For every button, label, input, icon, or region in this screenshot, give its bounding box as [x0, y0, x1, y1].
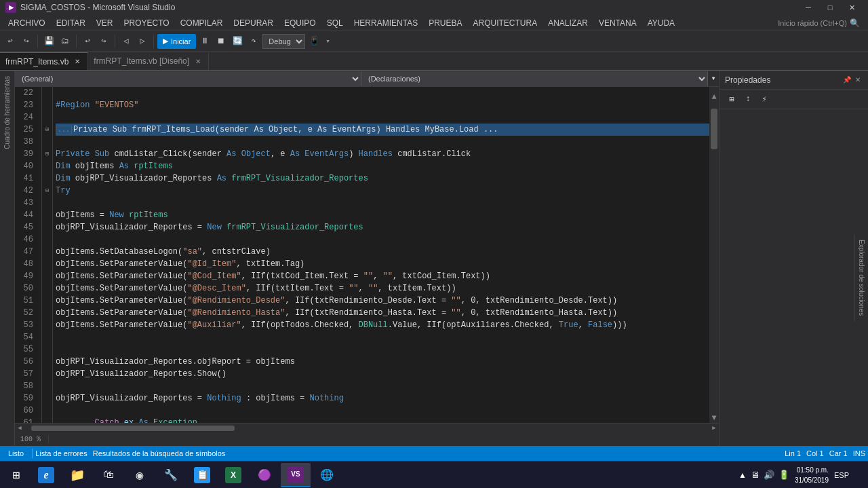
status-lin: Lin 1	[782, 448, 804, 459]
code-line: objItems.SetParameterValue("@Rendimiento…	[56, 295, 709, 307]
toolbar-new[interactable]: ↩	[3, 34, 18, 49]
properties-title: Propiedades	[725, 75, 770, 85]
menu-prueba[interactable]: PRUEBA	[423, 16, 467, 31]
toolbar-forward[interactable]: ▷	[135, 34, 150, 49]
status-right: Lin 1 Col 1 Car 1 INS	[782, 448, 868, 459]
taskbar-vs[interactable]: VS	[281, 463, 311, 487]
maximize-button[interactable]: □	[819, 0, 841, 15]
properties-icon-row: ⊞ ↕ ⚡	[719, 90, 868, 109]
vertical-scrollbar[interactable]: ▲ ▼	[709, 87, 719, 423]
menu-ver[interactable]: VER	[91, 16, 119, 31]
solution-explorer-label[interactable]: Explorador de soluciones	[854, 234, 868, 321]
tab-frmrpt-vb[interactable]: frmRPT_Items.vb ✕	[0, 52, 88, 70]
close-button[interactable]: ✕	[841, 0, 863, 15]
properties-sort-icon[interactable]: ↕	[741, 92, 755, 106]
code-line	[56, 380, 709, 392]
line-number: 23	[15, 99, 37, 111]
menu-proyecto[interactable]: PROYECTO	[119, 16, 175, 31]
properties-event-icon[interactable]: ⚡	[757, 92, 771, 106]
code-editor[interactable]: #Region "EVENTOS" ...Private Sub frmRPT_…	[53, 87, 709, 423]
menu-equipo[interactable]: EQUIPO	[279, 16, 321, 31]
properties-close[interactable]: ✕	[853, 75, 863, 85]
scroll-thumb[interactable]	[711, 109, 717, 149]
toolbar-pause[interactable]: ⏸	[197, 34, 212, 49]
menu-archivo[interactable]: ARCHIVO	[3, 16, 51, 31]
tab-frmrpt-design[interactable]: frmRPT_Items.vb [Diseño] ✕	[88, 52, 209, 70]
code-line: ...Private Sub frmRPT_Items_Load(sender …	[56, 124, 709, 136]
code-line: #Region "EVENTOS"	[56, 99, 709, 111]
gutter-marker: ⊟	[42, 185, 52, 197]
quick-launch-input[interactable]: Inicio rápido (Ctrl+Q)	[778, 19, 847, 27]
gutter-marker[interactable]: ⊞	[42, 148, 52, 160]
scroll-right-button[interactable]: ▶	[709, 424, 719, 433]
code-line	[56, 111, 709, 124]
toolbar-refresh[interactable]: 🔄	[230, 34, 245, 49]
scroll-left-button[interactable]: ◀	[15, 424, 24, 433]
code-area[interactable]: 2223242538394041424344454647484950515253…	[15, 87, 719, 423]
toolbar-save-all[interactable]: 🗂	[58, 34, 73, 49]
taskbar-chrome[interactable]: ◉	[125, 463, 155, 487]
menu-analizar[interactable]: ANALIZAR	[542, 16, 593, 31]
toolbar-save[interactable]: 💾	[41, 34, 56, 49]
toolbar-stop[interactable]: ⏹	[214, 34, 229, 49]
language-indicator[interactable]: ESP	[834, 471, 849, 479]
toolbar-redo[interactable]: ↪	[96, 34, 111, 49]
menu-compilar[interactable]: COMPILAR	[175, 16, 229, 31]
menu-sql[interactable]: SQL	[321, 16, 349, 31]
scroll-down-button[interactable]: ▼	[709, 413, 719, 423]
tray-network-icon: 🖥	[751, 470, 760, 480]
member-dropdown[interactable]: (Declaraciones)	[361, 71, 708, 86]
menu-ventana[interactable]: VENTANA	[593, 16, 642, 31]
menu-depurar[interactable]: DEPURAR	[228, 16, 279, 31]
gutter-marker	[42, 405, 52, 417]
code-line: Try	[56, 185, 709, 197]
status-car: Car 1	[827, 448, 850, 459]
taskbar-store[interactable]: 🛍	[94, 463, 123, 487]
gutter-marker	[42, 87, 52, 99]
taskbar-app6[interactable]: 📋	[187, 463, 217, 487]
status-error-list[interactable]: Lista de errores	[33, 448, 90, 459]
zoom-level[interactable]: 100 %	[20, 436, 41, 443]
dropdown-arrow[interactable]: ▾	[708, 71, 719, 86]
line-number: 47	[15, 246, 37, 258]
scroll-up-button[interactable]: ▲	[709, 92, 719, 102]
context-dropdown[interactable]: (General)	[15, 71, 361, 86]
properties-grid-icon[interactable]: ⊞	[725, 92, 738, 106]
gutter-marker	[42, 209, 52, 221]
taskbar-app8[interactable]: 🟣	[250, 463, 279, 487]
horizontal-scrollbar[interactable]: ◀ ▶	[15, 423, 719, 432]
clock[interactable]: 01:50 p.m. 31/05/2019	[795, 465, 829, 485]
toolbar-back[interactable]: ◁	[119, 34, 134, 49]
start-button[interactable]: ▶ Iniciar	[157, 34, 196, 49]
visual-studio-taskbar-icon: VS	[288, 466, 304, 483]
code-text: objRPT_Visualizador_Reportes.Show()	[56, 368, 226, 380]
toolbar-step[interactable]: ↷	[246, 34, 261, 49]
taskbar-app5[interactable]: 🔧	[156, 463, 186, 487]
h-scroll-track[interactable]	[24, 425, 709, 432]
gutter-marker[interactable]: ⊞	[42, 124, 52, 136]
status-listo[interactable]: Listo	[0, 449, 32, 457]
taskbar-explorer[interactable]: 📁	[62, 463, 92, 487]
minimize-button[interactable]: ─	[797, 0, 819, 15]
menu-editar[interactable]: EDITAR	[51, 16, 91, 31]
tab-close-design[interactable]: ✕	[193, 56, 203, 66]
properties-pin[interactable]: 📌	[842, 75, 852, 85]
h-scroll-thumb[interactable]	[31, 426, 235, 431]
menu-herramientas[interactable]: HERRAMIENTAS	[349, 16, 423, 31]
menu-arquitectura[interactable]: ARQUITECTURA	[468, 16, 543, 31]
toolbar-device[interactable]: 📱	[307, 34, 321, 49]
code-line: Private Sub cmdListar_Click(sender As Ob…	[56, 148, 709, 160]
toolbar-open[interactable]: ↪	[19, 34, 34, 49]
show-desktop-button[interactable]	[854, 463, 860, 487]
debug-config-select[interactable]: Debug	[262, 34, 305, 49]
toolbar-undo[interactable]: ↩	[80, 34, 95, 49]
menu-ayuda[interactable]: AYUDA	[642, 16, 680, 31]
status-symbol-search[interactable]: Resultados de la búsqueda de símbolos	[90, 448, 229, 459]
cuadro-herramientas-label[interactable]: Cuadro de herramientas	[2, 71, 12, 155]
tray-up-icon[interactable]: ▲	[738, 470, 747, 480]
start-menu-button[interactable]: ⊞	[3, 463, 30, 487]
taskbar-app10[interactable]: 🌐	[312, 463, 342, 487]
taskbar-ie[interactable]: e	[31, 463, 61, 487]
tab-close-vb[interactable]: ✕	[73, 57, 82, 67]
taskbar-excel[interactable]: X	[218, 463, 248, 487]
